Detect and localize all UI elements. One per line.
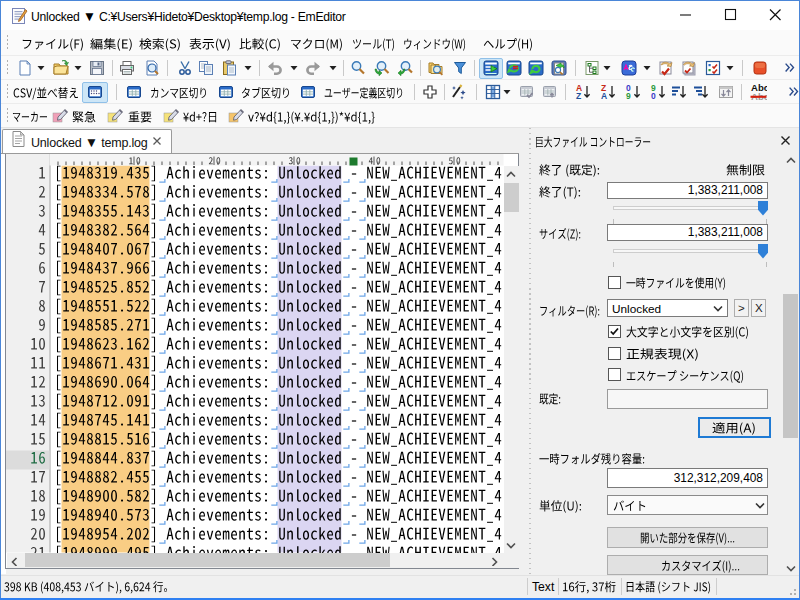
svg-text:A: A — [601, 91, 607, 100]
svg-text:0: 0 — [651, 91, 656, 100]
svg-text:9: 9 — [626, 91, 631, 100]
svg-text:Z: Z — [576, 91, 581, 100]
